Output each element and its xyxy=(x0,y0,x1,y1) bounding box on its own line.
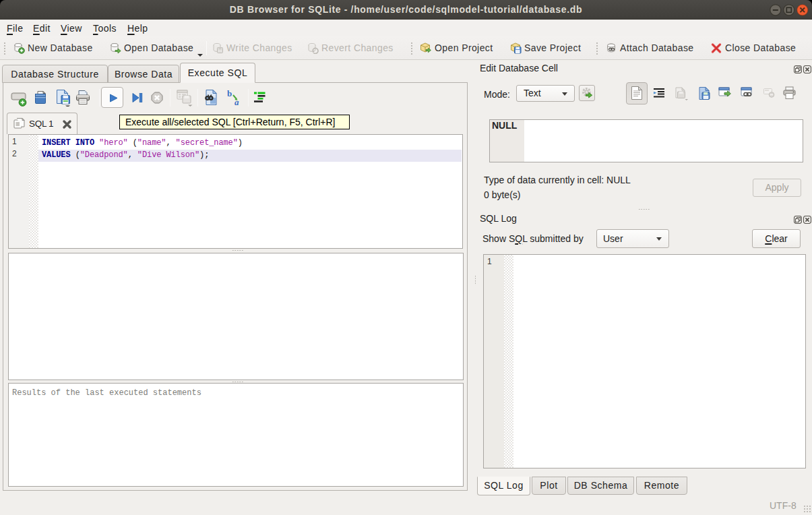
svg-text:b: b xyxy=(227,89,232,98)
